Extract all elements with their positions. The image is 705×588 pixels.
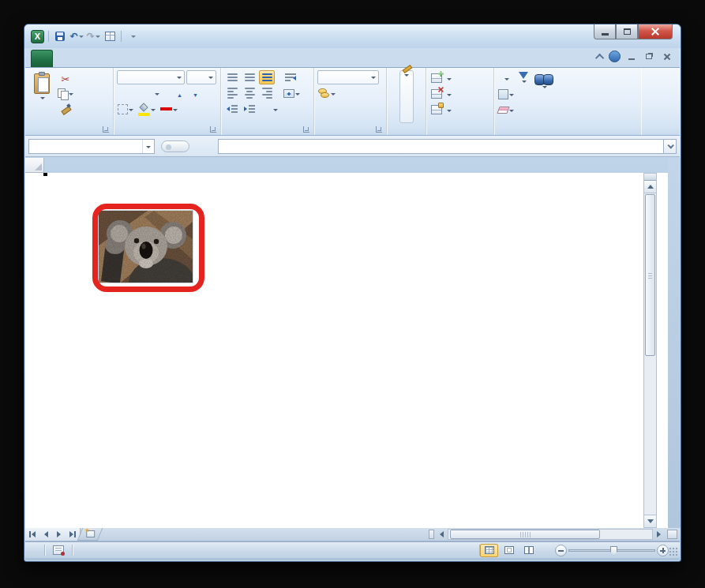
insert-cells-button[interactable]	[429, 71, 453, 85]
shrink-font-button[interactable]: ▼	[186, 86, 202, 100]
macro-record-icon[interactable]	[53, 545, 64, 555]
help-button[interactable]	[609, 51, 621, 62]
scroll-down-button[interactable]	[644, 515, 656, 527]
font-color-button[interactable]	[159, 102, 178, 116]
name-box[interactable]	[28, 139, 155, 154]
cell-styles-button[interactable]	[399, 70, 414, 123]
underline-button[interactable]	[148, 86, 164, 100]
vertical-scrollbar[interactable]	[643, 173, 657, 528]
close-icon	[651, 28, 659, 36]
align-top-button[interactable]	[224, 70, 240, 84]
comma-style-button[interactable]	[357, 86, 373, 100]
percent-style-button[interactable]	[339, 86, 354, 100]
expand-formula-bar-button[interactable]	[663, 139, 677, 154]
clear-button[interactable]	[497, 103, 515, 117]
zoom-thumb[interactable]	[610, 546, 617, 556]
page-layout-view-button[interactable]	[500, 544, 518, 557]
tabrow-right-controls	[598, 51, 673, 62]
workbook-minimize-button[interactable]	[625, 51, 638, 62]
workbook-close-button[interactable]	[660, 51, 673, 62]
bold-button[interactable]	[117, 86, 133, 100]
page-break-view-button[interactable]	[519, 544, 538, 557]
copy-button[interactable]	[57, 86, 74, 100]
formula-input[interactable]	[218, 139, 663, 154]
horizontal-scroll-thumb[interactable]	[450, 530, 600, 539]
save-button[interactable]	[53, 30, 67, 43]
borders-icon	[118, 104, 128, 114]
name-box-dropdown[interactable]	[142, 140, 154, 153]
close-button[interactable]	[638, 24, 673, 39]
select-all-corner[interactable]	[25, 158, 44, 173]
window-controls	[594, 24, 673, 39]
orientation-button[interactable]	[267, 102, 283, 116]
dialog-launcher-icon[interactable]	[376, 126, 382, 133]
horizontal-split-handle[interactable]	[667, 530, 677, 539]
scroll-right-button[interactable]	[653, 528, 665, 541]
fill-color-button[interactable]	[137, 102, 156, 116]
arrow-down-icon	[647, 519, 654, 523]
tab-split-handle[interactable]	[429, 530, 434, 539]
increase-decimal-button[interactable]	[317, 102, 333, 116]
redo-button[interactable]: ↷	[86, 30, 100, 43]
prev-sheet-button[interactable]	[40, 530, 52, 540]
font-size-select[interactable]	[186, 70, 216, 84]
chevron-down-icon	[173, 109, 178, 111]
delete-cells-button[interactable]	[429, 87, 453, 101]
first-sheet-button[interactable]	[28, 530, 39, 540]
autosum-button[interactable]	[497, 71, 515, 85]
cell-grid[interactable]	[44, 173, 658, 528]
align-left-button[interactable]	[224, 86, 240, 100]
selected-cell-e8[interactable]	[44, 173, 47, 176]
align-middle-button[interactable]	[242, 70, 257, 84]
resize-grip[interactable]	[668, 546, 678, 556]
next-sheet-button[interactable]	[53, 530, 65, 540]
cut-button[interactable]: ✂	[57, 72, 74, 86]
grow-font-button[interactable]: ▲	[171, 86, 186, 100]
font-family-select[interactable]	[117, 70, 185, 84]
zoom-track[interactable]	[568, 549, 655, 552]
maximize-button[interactable]	[616, 24, 638, 39]
decrease-indent-button[interactable]	[224, 102, 240, 116]
insert-worksheet-button[interactable]	[77, 528, 103, 541]
undo-button[interactable]: ↶	[69, 30, 84, 43]
vertical-scroll-thumb[interactable]	[645, 194, 655, 356]
number-format-select[interactable]	[317, 70, 379, 84]
increase-indent-button[interactable]	[242, 102, 257, 116]
arrow-left-icon	[44, 531, 48, 537]
borders-button[interactable]	[117, 102, 134, 116]
minimize-button[interactable]	[594, 24, 616, 39]
fill-button[interactable]	[497, 87, 515, 101]
collapse-ribbon-icon[interactable]	[595, 53, 604, 62]
last-sheet-button[interactable]	[66, 530, 77, 540]
tab-file[interactable]	[31, 50, 53, 67]
workbook-restore-button[interactable]	[643, 51, 655, 62]
scroll-up-button[interactable]	[644, 181, 656, 193]
normal-view-button[interactable]	[480, 544, 498, 557]
horizontal-scrollbar[interactable]	[448, 529, 653, 540]
dialog-launcher-icon[interactable]	[210, 126, 216, 133]
touch-mode-button[interactable]	[103, 30, 117, 43]
dialog-launcher-icon[interactable]	[303, 126, 309, 133]
split-handle[interactable]	[644, 174, 656, 181]
zoom-in-button[interactable]	[657, 545, 669, 556]
find-select-button[interactable]	[531, 70, 557, 123]
align-center-button[interactable]	[242, 86, 257, 100]
arrow-left-icon	[32, 531, 36, 537]
dialog-launcher-icon[interactable]	[103, 126, 109, 133]
scroll-left-button[interactable]	[436, 528, 448, 541]
excel-logo-icon[interactable]: X	[31, 30, 44, 43]
format-cells-button[interactable]	[429, 103, 453, 117]
zoom-out-button[interactable]	[555, 545, 567, 556]
sort-filter-button[interactable]	[515, 70, 531, 123]
merge-center-button[interactable]	[283, 86, 301, 100]
format-painter-button[interactable]	[57, 100, 74, 114]
accounting-format-button[interactable]	[317, 86, 336, 100]
chevron-down-icon	[295, 93, 300, 96]
wrap-text-button[interactable]	[283, 70, 298, 84]
align-bottom-button[interactable]	[259, 70, 275, 84]
customize-qat-button[interactable]	[126, 30, 140, 43]
italic-button[interactable]	[133, 86, 148, 100]
paste-button[interactable]	[28, 70, 57, 123]
decrease-decimal-button[interactable]	[336, 102, 352, 116]
align-right-button[interactable]	[259, 86, 275, 100]
